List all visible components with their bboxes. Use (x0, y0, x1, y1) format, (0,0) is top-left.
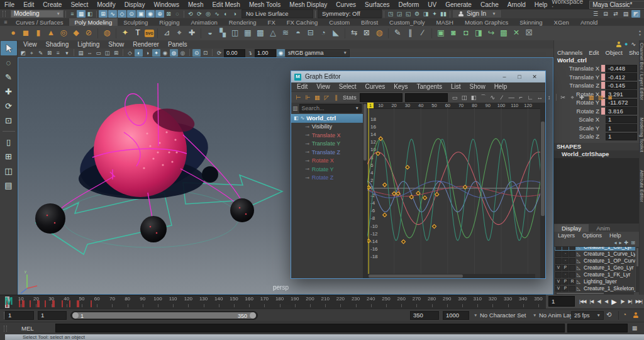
time-slider[interactable]: 1 10203040506070809010011012013014015016… (0, 295, 546, 309)
person-icon[interactable] (616, 42, 621, 47)
menu-file[interactable]: File (0, 2, 19, 8)
poly-cone-icon[interactable]: ▲ (45, 28, 57, 39)
camera-attributes-icon[interactable]: ≡ (54, 49, 62, 57)
region-keys-icon[interactable]: ◸ (322, 93, 331, 102)
layer-toggle-cell[interactable] (569, 286, 575, 292)
crease-tool-icon[interactable]: ✎ (392, 28, 403, 39)
graph-vscrollbar[interactable] (540, 103, 545, 278)
ge-menu-help[interactable]: Help (490, 84, 512, 90)
stats-time-field[interactable] (360, 93, 402, 102)
grip-handle[interactable] (3, 11, 6, 17)
break-tangents-icon[interactable]: ✂ (558, 93, 568, 102)
add-selected-layer-icon[interactable]: ⊞ (631, 241, 635, 246)
graph-canvas[interactable]: 181614121086420-2-4-6-8-10-12-14-16-18 (367, 108, 540, 274)
svg-tool-icon[interactable]: SVG (145, 30, 154, 37)
panel-menu-shading[interactable]: Shading (42, 42, 74, 48)
layer-toggle-cell[interactable]: R (569, 279, 575, 285)
layer-toggle-cell[interactable]: P (562, 286, 569, 292)
grease-pencil-icon[interactable]: ✎ (36, 49, 45, 57)
move-tool[interactable]: ✚ (1, 84, 17, 99)
spreadsheet-toggle-icon[interactable]: ▤ (621, 10, 630, 18)
layer-color-wedge-icon[interactable]: ◺ (577, 280, 582, 285)
graph-editor-window[interactable]: M Graph Editor –□✕ EditViewSelectCurvesK… (291, 71, 546, 279)
sculpt-tool-icon[interactable]: ◙ (448, 28, 459, 39)
time-snap-icon[interactable]: ▦ (587, 93, 596, 102)
maximize-button[interactable]: □ (512, 72, 527, 82)
color-management-icon[interactable]: ◉ (277, 49, 285, 57)
xray-toggle-icon[interactable]: ◑ (230, 10, 239, 18)
open-render-view-icon[interactable]: ◳ (386, 10, 395, 18)
graph-view[interactable]: 1 102030405060708090100110120 1816141210… (367, 103, 540, 278)
ge-menu-list[interactable]: List (447, 84, 465, 90)
use-all-lights-icon[interactable]: ✦ (152, 49, 160, 57)
layer-toggle-cell[interactable]: V (555, 265, 562, 271)
select-hierarchy-icon[interactable]: ≡ (68, 10, 77, 18)
poly-plane-icon[interactable]: ◆ (70, 28, 82, 39)
merge-icon[interactable]: ⇆ (348, 28, 360, 39)
center-current-time-icon[interactable]: ◧ (469, 93, 479, 102)
origin-axis-icon[interactable]: ✚ (186, 28, 197, 39)
cb-menu-channels[interactable]: Channels (554, 50, 586, 56)
shelf-tab-xgen[interactable]: XGen (548, 18, 575, 26)
menu-windows[interactable]: Windows (149, 2, 184, 8)
step-forward-key-button[interactable]: |▶ (621, 299, 625, 304)
poly-pipe-icon[interactable]: ⊘ (83, 28, 94, 39)
layer-color-wedge-icon[interactable]: ◺ (577, 259, 582, 264)
unify-tangents-icon[interactable]: ⌖ (568, 93, 577, 102)
free-tangent-weight-icon[interactable]: ✚ (577, 93, 587, 102)
menu-display[interactable]: Display (120, 2, 150, 8)
range-slider-track[interactable]: 1 350 (70, 311, 258, 320)
key-frame-marker[interactable] (383, 213, 387, 217)
workspace-select[interactable]: Maya Classic* ▼ (589, 1, 644, 9)
delete-component-icon[interactable]: ⊠ (361, 28, 372, 39)
move-layer-down-icon[interactable]: ▸ (619, 241, 622, 246)
menu-deform[interactable]: Deform (394, 2, 424, 8)
default-in-tangent-icon[interactable]: ↔ (535, 93, 545, 102)
render-settings-icon[interactable]: ⚙ (413, 10, 421, 18)
view-transform-select[interactable]: sRGB gamma ▼ (286, 49, 350, 57)
lock-selection-icon[interactable]: ⊠ (164, 10, 173, 18)
symmetry-field[interactable]: Symmetry: Off (318, 9, 382, 18)
make-live-icon[interactable]: ◉ (146, 10, 155, 18)
channel-translate-z[interactable]: ⊸Translate Z (291, 149, 363, 157)
stats-value-field[interactable] (405, 93, 448, 102)
snap-center-icon[interactable]: ⊕ (155, 10, 164, 18)
flat-tangents-icon[interactable]: — (507, 93, 516, 102)
highlight-selection-icon[interactable]: ◌ (173, 10, 182, 18)
retime-keys-icon[interactable]: ∥ (331, 93, 341, 102)
anim-preferences-clock-icon[interactable]: ◔ (623, 312, 626, 318)
menu-help[interactable]: Help (530, 2, 552, 8)
channel-rotate-y[interactable]: ⊸Rotate Y (291, 166, 363, 174)
edge-flow-icon[interactable]: ∥ (404, 28, 416, 39)
menu-edit-mesh[interactable]: Edit Mesh (208, 2, 244, 8)
exposure-field[interactable]: 0.00 (224, 49, 245, 57)
ge-menu-show[interactable]: Show (465, 84, 490, 90)
channel-translate-y[interactable]: ⊸Translate Y (291, 140, 363, 149)
step-back-frame-button[interactable]: |◀ (590, 299, 594, 304)
shelf-tab-custom-poly[interactable]: Custom_Poly (384, 18, 431, 26)
delete-history-icon[interactable]: ☒ (523, 28, 535, 39)
layer-tab-display[interactable]: Display (554, 224, 589, 232)
shelf-tab-curves-surfaces[interactable]: Curves / Surfaces (10, 18, 69, 26)
menu-select[interactable]: Select (66, 2, 92, 8)
layer-row-creature-1-fk-lyr[interactable]: ·◺Creature_1_FK_Lyr (555, 271, 635, 278)
menu-uv[interactable]: UV (423, 2, 441, 8)
reflection-icon[interactable]: ◐ (221, 10, 230, 18)
fps-select[interactable]: 25 fps ▼ (571, 311, 604, 320)
minimize-button[interactable]: – (497, 72, 512, 82)
curve-warp-icon[interactable]: ↪ (486, 28, 497, 39)
play-backwards-button[interactable]: ◀ (604, 299, 608, 304)
output-operations-icon[interactable]: ⟳ (195, 10, 204, 18)
grid-fill-icon[interactable]: ▩ (255, 28, 266, 39)
shelf-tab-fx[interactable]: FX (262, 18, 281, 26)
command-language-toggle[interactable]: MEL (21, 326, 34, 332)
poly-sphere-icon[interactable]: ● (8, 28, 19, 39)
auto-key-icon[interactable] (633, 312, 638, 318)
layout-four-pane[interactable]: ⊞ (1, 149, 17, 164)
step-tangents-icon[interactable]: ⌐ (516, 93, 526, 102)
script-editor-button[interactable]: ▦ (630, 324, 639, 332)
panel-menu-view[interactable]: View (19, 42, 42, 48)
shelf-tab-skinning[interactable]: Skinning (514, 18, 548, 26)
key-frame-marker[interactable] (383, 183, 387, 187)
attribute-value-field[interactable]: 1 (606, 124, 637, 132)
